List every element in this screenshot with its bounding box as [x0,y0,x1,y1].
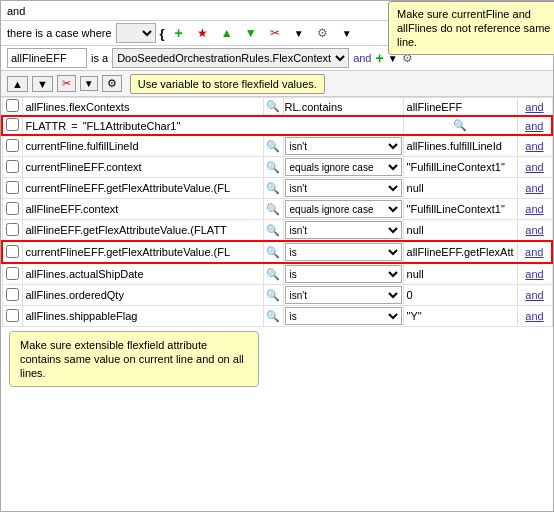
search-icon[interactable]: 🔍 [266,289,280,302]
equals-op: = [71,120,77,132]
settings-btn[interactable]: ⚙ [313,23,333,43]
search-icon[interactable]: 🔍 [266,203,280,216]
conditions-table-container: allFlines.flexContexts🔍RL.containsallFli… [1,97,553,327]
up-btn[interactable]: ▲ [217,23,237,43]
value-label: allFlines.fulfillLineId [407,140,502,152]
search-icon[interactable]: 🔍 [266,140,280,153]
bottom-section: Make sure extensible flexfield attribute… [1,327,553,391]
table-row: allFlineEFF.context🔍equals ignore case"F… [2,199,552,220]
search-icon[interactable]: 🔍 [453,119,467,132]
cut-arrow-btn[interactable]: ▼ [289,23,309,43]
operator-select[interactable]: isn't [285,137,402,155]
row-checkbox[interactable] [6,202,19,215]
cond-gear-btn[interactable]: ⚙ [102,75,122,92]
value-label: null [407,268,424,280]
cond-scissors-btn[interactable]: ✂ [57,75,76,92]
field-label: allFlineEFF.getFlexAttributeValue.(FLATT [26,224,227,236]
row-checkbox[interactable] [6,139,19,152]
value-label: "FulfillLineContext1" [407,161,505,173]
and-link[interactable]: and [525,246,543,258]
and-link[interactable]: and [525,224,543,236]
search-icon[interactable]: 🔍 [266,100,280,113]
bottom-callout: Make sure extensible flexfield attribute… [9,331,259,387]
operator-select[interactable]: isn't [285,286,402,304]
table-row: allFlineEFF.getFlexAttributeValue.(FLATT… [2,220,552,242]
search-icon[interactable]: 🔍 [266,268,280,281]
field-label: currentFline.fulfillLineId [26,140,139,152]
search-icon[interactable]: 🔍 [266,246,280,259]
operator-select[interactable]: equals ignore case [285,200,402,218]
star-button[interactable]: ★ [193,23,213,43]
down-btn[interactable]: ▼ [241,23,261,43]
cut-btn[interactable]: ✂ [265,23,285,43]
field-label: allFlines.flexContexts [26,101,130,113]
operator-select[interactable]: equals ignore case [285,158,402,176]
menu-arrow-btn[interactable]: ▼ [337,23,357,43]
field-value: "FL1AttributeChar1" [83,120,181,132]
context-select[interactable]: DooSeededOrchestrationRules.FlexContext [112,48,349,68]
conditions-toolbar: ▲ ▼ ✂ ▼ ⚙ Use variable to store flexfiel… [1,71,553,97]
and-link[interactable]: and [525,289,543,301]
case-where-label: there is a case where [7,27,112,39]
row-checkbox[interactable] [6,245,19,258]
row-checkbox[interactable] [6,267,19,280]
search-icon[interactable]: 🔍 [266,182,280,195]
table-row: currentFlineEFF.getFlexAttributeValue.(F… [2,241,552,263]
top-callout: Make sure currentFline and allFlines do … [388,1,554,55]
and-link[interactable]: and [525,101,543,113]
add-button[interactable]: + [169,23,189,43]
toolbar-tooltip: Use variable to store flexfield values. [130,74,325,94]
search-icon[interactable]: 🔍 [266,224,280,237]
row-checkbox[interactable] [6,181,19,194]
table-row: currentFline.fulfillLineId🔍isn'tallFline… [2,135,552,157]
value-label: null [407,224,424,236]
subject-plus-btn[interactable]: + [375,50,383,66]
row-checkbox[interactable] [6,160,19,173]
row-checkbox[interactable] [6,309,19,322]
table-row: allFlines.orderedQty🔍isn't0and [2,285,552,306]
value-label: 0 [407,289,413,301]
cond-up-btn[interactable]: ▲ [7,76,28,92]
table-row: currentFlineEFF.context🔍equals ignore ca… [2,157,552,178]
row-checkbox[interactable] [6,118,19,131]
value-label: allFlineEFF.getFlexAtt [407,246,514,258]
and-link[interactable]: and [525,310,543,322]
and-link[interactable]: and [525,182,543,194]
operator-select[interactable]: isn't [285,221,402,239]
value-label: allFlineEFF [407,101,463,113]
row-checkbox[interactable] [6,99,19,112]
table-row: FLATTR="FL1AttributeChar1"🔍and [2,116,552,135]
row-checkbox[interactable] [6,288,19,301]
field-label: allFlines.orderedQty [26,289,124,301]
field-label: currentFlineEFF.context [26,161,142,173]
row-checkbox[interactable] [6,223,19,236]
operator-select[interactable]: isn't [285,179,402,197]
is-a-label: is a [91,52,108,64]
open-brace: { [160,26,165,41]
and-link[interactable]: and [525,120,543,132]
search-icon[interactable]: 🔍 [266,161,280,174]
and-link[interactable]: and [525,268,543,280]
operator-select[interactable]: is [285,307,402,325]
and-link[interactable]: and [525,161,543,173]
and-link[interactable]: and [525,203,543,215]
subject-field-input[interactable] [7,48,87,68]
and-link[interactable]: and [525,140,543,152]
table-row: allFlines.actualShipDate🔍isnulland [2,263,552,285]
operator-select[interactable]: is [285,243,402,261]
table-row: allFlines.shippableFlag🔍is"Y"and [2,306,552,327]
value-label: null [407,182,424,194]
case-where-select[interactable] [116,23,156,43]
value-label: "FulfillLineContext1" [407,203,505,215]
search-icon[interactable]: 🔍 [266,310,280,323]
cond-down-btn[interactable]: ▼ [32,76,53,92]
table-row: currentFlineEFF.getFlexAttributeValue.(F… [2,178,552,199]
main-container: and there is a case where { + ★ ▲ ▼ ✂ ▼ … [0,0,554,512]
conditions-table: allFlines.flexContexts🔍RL.containsallFli… [1,97,553,327]
cond-scissors-arrow-btn[interactable]: ▼ [80,76,98,91]
field-label: FLATTR [26,120,67,132]
field-label: allFlines.shippableFlag [26,310,138,322]
operator-select[interactable]: is [285,265,402,283]
field-label: allFlines.actualShipDate [26,268,144,280]
value-label: "Y" [407,310,422,322]
